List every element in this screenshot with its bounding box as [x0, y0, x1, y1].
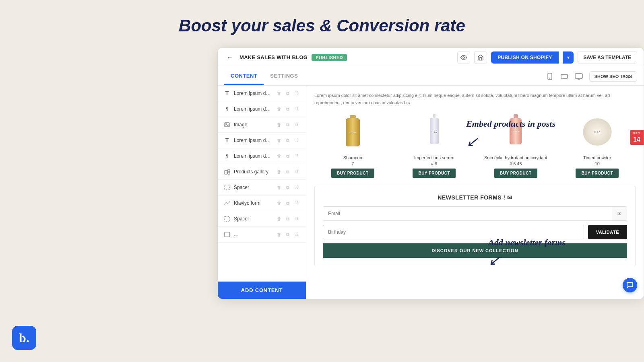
tab-content[interactable]: CONTENT: [224, 68, 264, 85]
copy-icon-6[interactable]: ⧉: [284, 184, 291, 191]
copy-icon-0[interactable]: ⧉: [284, 90, 291, 97]
discover-button[interactable]: DISCOVER OUR NEW COLLECTION: [323, 243, 627, 258]
validate-button[interactable]: VALIDATE: [588, 225, 627, 239]
delete-icon-7[interactable]: 🗑: [275, 200, 283, 207]
back-button[interactable]: ←: [224, 52, 235, 63]
sidebar-item-4[interactable]: ¶ Lorem ipsum dolor sit ame... 🗑 ⧉ ⠿: [218, 148, 306, 164]
svg-rect-12: [227, 172, 230, 174]
chat-bubble[interactable]: [623, 278, 637, 292]
buy-button-2[interactable]: BUY PRODUCT: [494, 169, 537, 178]
product-card-3: ILIA Tinted powder 10 BUY PRODUCT: [559, 112, 636, 178]
text-icon-0: T: [223, 90, 231, 97]
buy-button-1[interactable]: BUY PRODUCT: [413, 169, 456, 178]
sidebar-item-label-6: Spacer: [234, 185, 272, 190]
seo-tags-button[interactable]: SHOW SEO TAGS: [589, 71, 637, 82]
email-input[interactable]: [323, 207, 612, 220]
preview-button[interactable]: [457, 51, 470, 64]
klaviyo-icon: [223, 200, 231, 207]
product-name-3: Tinted powder: [583, 155, 611, 160]
published-badge: PUBLISHED: [312, 54, 347, 61]
copy-icon-4[interactable]: ⧉: [284, 152, 291, 160]
newsletter-arrow: ↙: [488, 252, 566, 269]
product-name-2: Soin éclat hydratant antioxydant: [484, 155, 547, 160]
tablet-icon[interactable]: [559, 71, 570, 82]
delete-icon-3[interactable]: 🗑: [275, 137, 283, 144]
drag-icon-6[interactable]: ⠿: [293, 184, 300, 191]
email-input-row: ✉: [323, 206, 627, 221]
annotation-embed: Embed products in posts ↙: [466, 119, 555, 150]
drag-icon-7[interactable]: ⠿: [293, 200, 300, 207]
spacer-icon-6: [223, 184, 231, 191]
store-button[interactable]: [474, 51, 487, 64]
annotation-newsletter: Add newsletter forms ↙: [488, 237, 566, 269]
desktop-icon[interactable]: [573, 71, 584, 82]
copy-icon-9[interactable]: ⧉: [284, 231, 291, 238]
delete-icon-8[interactable]: 🗑: [275, 215, 283, 222]
sidebar-item-6[interactable]: Spacer 🗑 ⧉ ⠿: [218, 180, 306, 195]
sidebar-item-5[interactable]: Products gallery 🗑 ⧉ ⠿: [218, 164, 306, 180]
tab-settings[interactable]: SETTINGS: [264, 68, 304, 85]
copy-icon-7[interactable]: ⧉: [284, 200, 291, 207]
copy-icon-3[interactable]: ⧉: [284, 137, 291, 144]
embed-arrow: ↙: [466, 133, 555, 150]
sidebar-item-3[interactable]: T Lorem ipsum dolor sit ame... 🗑 ⧉ ⠿: [218, 133, 306, 148]
delete-icon-9[interactable]: 🗑: [275, 231, 283, 238]
sidebar-item-7[interactable]: Klaviyo form 🗑 ⧉ ⠿: [218, 195, 306, 211]
buy-button-0[interactable]: BUY PRODUCT: [331, 169, 374, 178]
add-content-button[interactable]: ADD CONTENT: [218, 282, 306, 299]
product-price-2: # 6.45: [510, 161, 522, 166]
drag-icon-2[interactable]: ⠿: [293, 121, 300, 128]
drag-icon-4[interactable]: ⠿: [293, 152, 300, 160]
svg-rect-24: [514, 114, 518, 118]
svg-rect-10: [225, 171, 227, 174]
sidebar-item-1[interactable]: ¶ Lorem ipsum dolor sit ame... 🗑 ⧉ ⠿: [218, 101, 306, 117]
embed-annotation-text: Embed products in posts: [466, 119, 555, 129]
drag-icon-3[interactable]: ⠿: [293, 137, 300, 144]
sidebar-item-9[interactable]: ... 🗑 ⧉ ⠿: [218, 227, 306, 243]
seo-label: SEO: [633, 132, 640, 136]
delete-icon-6[interactable]: 🗑: [275, 184, 283, 191]
sidebar-item-8[interactable]: Spacer 🗑 ⧉ ⠿: [218, 211, 306, 227]
publish-button[interactable]: PUBLISH ON SHOPIFY: [491, 51, 558, 64]
lorem-text: Lorem ipsum dolor sit amet consectetur a…: [314, 92, 636, 106]
sidebar-item-label-2: Image: [234, 122, 272, 128]
svg-text:rahue: rahue: [349, 131, 356, 134]
sidebar-item-label-7: Klaviyo form: [234, 200, 272, 206]
mobile-icon[interactable]: [544, 71, 555, 82]
text-icon-3: T: [223, 137, 231, 144]
product-price-1: # 9: [431, 161, 437, 166]
copy-icon-5[interactable]: ⧉: [284, 168, 291, 175]
image-icon: [223, 121, 231, 128]
delete-icon-5[interactable]: 🗑: [275, 168, 283, 175]
product-name-1: Imperfections serum: [414, 155, 454, 160]
sidebar-item-label-1: Lorem ipsum dolor sit ame...: [234, 106, 272, 112]
delete-icon-4[interactable]: 🗑: [275, 152, 283, 160]
delete-icon-2[interactable]: 🗑: [275, 121, 283, 128]
copy-icon-2[interactable]: ⧉: [284, 121, 291, 128]
email-icon: ✉: [612, 207, 627, 220]
copy-icon-8[interactable]: ⧉: [284, 215, 291, 222]
drag-icon-9[interactable]: ⠿: [293, 231, 300, 238]
drag-icon-1[interactable]: ⠿: [293, 105, 300, 113]
sidebar-item-0[interactable]: T Lorem ipsum dolor sit ame... 🗑 ⧉ ⠿: [218, 86, 306, 101]
svg-point-0: [463, 57, 464, 58]
save-template-button[interactable]: SAVE AS TEMPLATE: [578, 51, 637, 64]
product-name-0: Shampoo: [343, 155, 362, 160]
buy-button-3[interactable]: BUY PRODUCT: [576, 169, 619, 178]
drag-icon-8[interactable]: ⠿: [293, 215, 300, 222]
drag-icon-5[interactable]: ⠿: [293, 168, 300, 175]
gallery-icon: [223, 168, 231, 175]
copy-icon-1[interactable]: ⧉: [284, 105, 291, 113]
delete-icon-1[interactable]: 🗑: [275, 105, 283, 113]
page-heading: Boost your sales & Conversion rate: [0, 0, 644, 47]
newsletter-title: NEWSLETTER FORMS ! ✉: [323, 194, 627, 201]
sidebar-item-label-9: ...: [234, 232, 272, 237]
drag-icon-0[interactable]: ⠿: [293, 90, 300, 97]
product-card-1: ILIA Imperfections serum # 9 BUY PRODUCT: [396, 112, 473, 178]
sidebar-item-2[interactable]: Image 🗑 ⧉ ⠿: [218, 117, 306, 133]
newsletter-annotation-text: Add newsletter forms: [488, 237, 566, 248]
delete-icon-0[interactable]: 🗑: [275, 90, 283, 97]
publish-dropdown-button[interactable]: ▾: [563, 51, 574, 64]
svg-rect-5: [575, 74, 582, 78]
svg-rect-15: [225, 232, 229, 237]
